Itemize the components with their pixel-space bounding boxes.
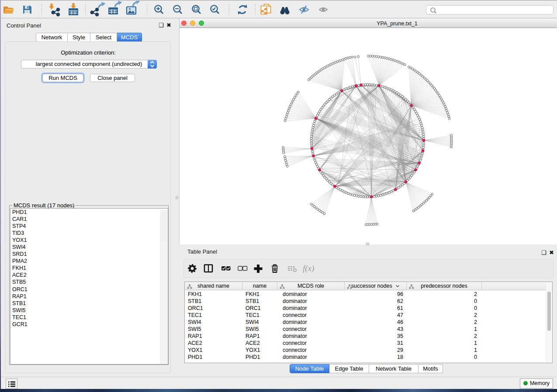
svg-text:f(x): f(x) — [303, 264, 314, 273]
